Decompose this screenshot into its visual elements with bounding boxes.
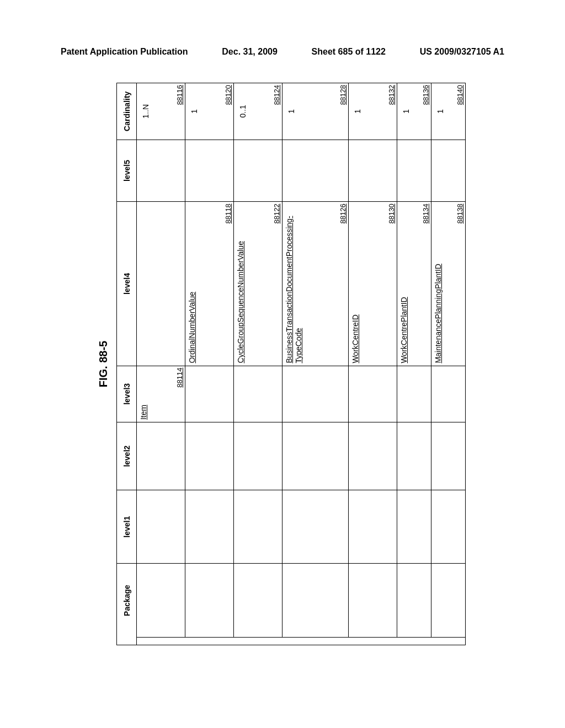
cardinality-cell: 188120	[185, 83, 234, 140]
cardinality-cell: 188128	[282, 83, 349, 140]
level3-cell	[185, 366, 234, 422]
col-level3: level3	[117, 366, 137, 422]
package-cell	[185, 564, 234, 637]
level3-cell	[234, 366, 282, 422]
cardinality-ref: 88124	[273, 85, 281, 105]
level5-cell	[397, 140, 431, 202]
col-level2: level2	[117, 422, 137, 490]
level4-cell	[137, 202, 185, 366]
cardinality-value: 1	[431, 83, 445, 140]
level1-cell	[234, 490, 282, 564]
package-cell	[137, 564, 185, 637]
header-row: Package level1 level2 level3 level4 leve…	[117, 83, 137, 645]
level4-label: BusinessTransactionDocumentProcessing-Ty…	[285, 204, 303, 363]
package-cell	[397, 564, 431, 637]
level4-cell: WorkCentreID88130	[349, 202, 397, 366]
table-row: Item881141..N88116	[137, 83, 185, 645]
level5-cell	[431, 140, 466, 202]
stub-cell	[137, 637, 185, 645]
level3-cell	[397, 366, 431, 422]
col-level1: level1	[117, 490, 137, 564]
cardinality-cell: 188132	[349, 83, 397, 140]
col-level4: level4	[117, 202, 137, 366]
cardinality-ref: 88120	[224, 85, 232, 105]
level4-ref: 88134	[422, 204, 430, 223]
col-package: Package	[117, 564, 137, 637]
level5-cell	[234, 140, 282, 202]
table-row: WorkCentreID88130188132	[349, 83, 397, 645]
col-cardinality: Cardinality	[117, 83, 137, 140]
table-row: WorkCentrePlantID88134188136	[397, 83, 431, 645]
sheet-num: Sheet 685 of 1122	[312, 47, 386, 57]
level4-cell: OrdinalNumberValue88118	[185, 202, 234, 366]
level1-cell	[431, 490, 466, 564]
package-cell	[282, 564, 349, 637]
level4-cell: WorkCentrePlantID88134	[397, 202, 431, 366]
level2-cell	[185, 422, 234, 490]
cardinality-ref: 88132	[387, 85, 396, 105]
level4-cell: MaintenancePlanningPlantID88138	[431, 202, 466, 366]
figure-container: FIG. 88-5 Package level1 level2 level3 l…	[50, 72, 513, 656]
level3-cell	[349, 366, 397, 422]
level3-cell	[431, 366, 466, 422]
level4-cell: CycleGroupSequenceNumberValue88122	[234, 202, 282, 366]
col-level5: level5	[117, 140, 137, 202]
level4-ref: 88122	[273, 204, 281, 223]
pub-label: Patent Application Publication	[61, 47, 188, 57]
level1-cell	[137, 490, 185, 564]
table-row: OrdinalNumberValue88118188120	[185, 83, 234, 645]
cardinality-ref: 88140	[456, 85, 464, 105]
cardinality-value: 1..N	[137, 83, 150, 140]
level4-label: WorkCentrePlantID	[399, 204, 409, 363]
pub-number: US 2009/0327105 A1	[420, 47, 504, 57]
stub-cell	[282, 637, 349, 645]
stub-cell	[349, 637, 397, 645]
level5-cell	[282, 140, 349, 202]
level4-ref: 88130	[387, 204, 396, 223]
level3-label: Item	[139, 368, 148, 420]
level1-cell	[397, 490, 431, 564]
level3-ref: 88114	[175, 368, 184, 388]
level2-cell	[431, 422, 466, 490]
package-cell	[431, 564, 466, 637]
level1-cell	[349, 490, 397, 564]
stub-cell	[431, 637, 466, 645]
stub-cell	[234, 637, 282, 645]
page-header: Patent Application Publication Dec. 31, …	[0, 47, 565, 57]
cardinality-value: 0..1	[234, 83, 247, 140]
cardinality-ref: 88116	[175, 85, 184, 105]
level4-ref: 88118	[224, 204, 232, 223]
schema-table: Package level1 level2 level3 level4 leve…	[116, 83, 466, 645]
cardinality-cell: 0..188124	[234, 83, 282, 140]
level3-cell: Item88114	[137, 366, 185, 422]
level5-cell	[349, 140, 397, 202]
cardinality-value: 1	[349, 83, 362, 140]
cardinality-cell: 188140	[431, 83, 466, 140]
cardinality-value: 1	[185, 83, 199, 140]
cardinality-cell: 1..N88116	[137, 83, 185, 140]
level4-ref: 88138	[456, 204, 464, 223]
level3-cell	[282, 366, 349, 422]
level4-cell: BusinessTransactionDocumentProcessing-Ty…	[282, 202, 349, 366]
level2-cell	[397, 422, 431, 490]
pub-date: Dec. 31, 2009	[222, 47, 278, 57]
level2-cell	[282, 422, 349, 490]
level5-cell	[185, 140, 234, 202]
level2-cell	[137, 422, 185, 490]
level4-ref: 88126	[339, 204, 347, 223]
stub-header	[117, 637, 137, 645]
level4-label: CycleGroupSequenceNumberValue	[236, 204, 246, 363]
cardinality-cell: 188136	[397, 83, 431, 140]
cardinality-ref: 88136	[422, 85, 430, 105]
table-row: CycleGroupSequenceNumberValue881220..188…	[234, 83, 282, 645]
stub-cell	[185, 637, 234, 645]
level2-cell	[234, 422, 282, 490]
package-cell	[234, 564, 282, 637]
level4-label: WorkCentreID	[351, 204, 360, 363]
level2-cell	[349, 422, 397, 490]
cardinality-value: 1	[397, 83, 411, 140]
table-row: BusinessTransactionDocumentProcessing-Ty…	[282, 83, 349, 645]
level4-label: OrdinalNumberValue	[188, 204, 197, 363]
cardinality-value: 1	[282, 83, 296, 140]
level1-cell	[185, 490, 234, 564]
